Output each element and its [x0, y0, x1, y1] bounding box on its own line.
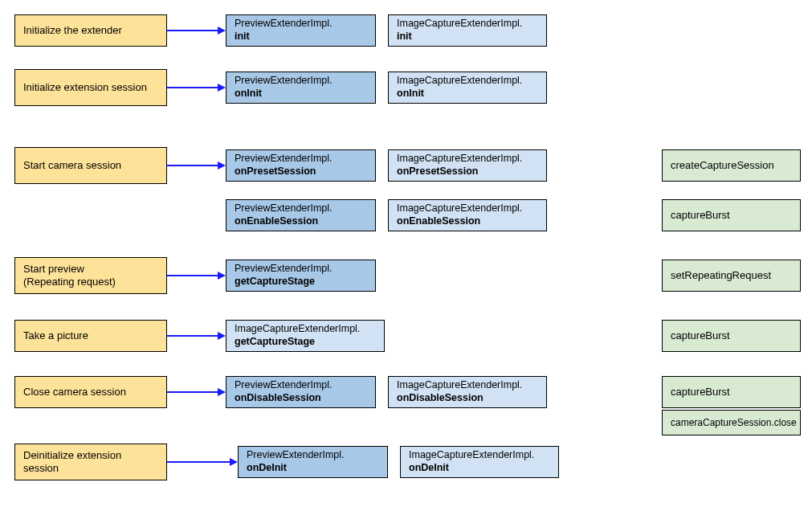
camera2-label: createCaptureSession	[671, 159, 792, 172]
class-label: ImageCaptureExtenderImpl.	[397, 75, 538, 88]
capture-onInit: ImageCaptureExtenderImpl. onInit	[388, 72, 547, 104]
preview-getCaptureStage: PreviewExtenderImpl. getCaptureStage	[226, 260, 376, 292]
capture-init: ImageCaptureExtenderImpl. init	[388, 14, 547, 47]
capture-onDisableSession: ImageCaptureExtenderImpl. onDisableSessi…	[388, 376, 547, 408]
method-label: getCaptureStage	[235, 336, 376, 349]
method-label: onEnableSession	[397, 215, 538, 228]
camera2-captureBurst-disable: captureBurst	[662, 376, 801, 408]
camera2-label: captureBurst	[671, 329, 792, 342]
camera2-captureBurst-picture: captureBurst	[662, 320, 801, 352]
method-label: onInit	[235, 88, 367, 100]
preview-init: PreviewExtenderImpl. init	[226, 14, 376, 47]
phase-start-preview: Start preview (Repeating request)	[14, 257, 167, 294]
camera2-label: captureBurst	[671, 386, 792, 399]
phase-label: Initialize extension session	[23, 81, 158, 94]
camera2-captureBurst-enable: captureBurst	[662, 199, 801, 231]
class-label: PreviewExtenderImpl.	[235, 18, 367, 31]
method-label: onPresetSession	[235, 166, 367, 178]
capture-onPresetSession: ImageCaptureExtenderImpl. onPresetSessio…	[388, 149, 547, 182]
phase-init-extender: Initialize the extender	[14, 14, 167, 47]
phase-label: Take a picture	[23, 329, 158, 342]
class-label: ImageCaptureExtenderImpl.	[397, 379, 538, 392]
phase-label: Deinitialize extension session	[23, 449, 158, 476]
camera2-label: cameraCaptureSession.close	[671, 417, 792, 429]
phase-close-camera: Close camera session	[14, 376, 167, 408]
method-label: onDisableSession	[235, 392, 367, 405]
capture-onEnableSession: ImageCaptureExtenderImpl. onEnableSessio…	[388, 199, 547, 231]
phase-label: Start preview (Repeating request)	[23, 263, 158, 289]
preview-onPresetSession: PreviewExtenderImpl. onPresetSession	[226, 149, 376, 182]
class-label: PreviewExtenderImpl.	[235, 153, 367, 166]
method-label: onDisableSession	[397, 392, 538, 405]
class-label: ImageCaptureExtenderImpl.	[397, 153, 538, 166]
class-label: PreviewExtenderImpl.	[235, 202, 367, 215]
camera2-label: setRepeatingRequest	[671, 269, 792, 282]
class-label: ImageCaptureExtenderImpl.	[409, 449, 550, 462]
method-label: onEnableSession	[235, 215, 367, 228]
diagram-canvas: Initialize the extender Initialize exten…	[0, 0, 812, 511]
method-label: onInit	[397, 88, 538, 100]
phase-start-camera: Start camera session	[14, 147, 167, 184]
class-label: PreviewExtenderImpl.	[235, 263, 367, 276]
method-label: onDeInit	[247, 462, 379, 475]
phase-init-session: Initialize extension session	[14, 69, 167, 106]
capture-onDeInit: ImageCaptureExtenderImpl. onDeInit	[400, 446, 559, 478]
camera2-setRepeatingRequest: setRepeatingRequest	[662, 260, 801, 292]
phase-take-picture: Take a picture	[14, 320, 167, 352]
preview-onInit: PreviewExtenderImpl. onInit	[226, 72, 376, 104]
camera2-createCaptureSession: createCaptureSession	[662, 149, 801, 182]
camera2-close: cameraCaptureSession.close	[662, 410, 801, 435]
class-label: PreviewExtenderImpl.	[235, 379, 367, 392]
capture-getCaptureStage: ImageCaptureExtenderImpl. getCaptureStag…	[226, 320, 385, 352]
method-label: onPresetSession	[397, 166, 538, 178]
preview-onDeInit: PreviewExtenderImpl. onDeInit	[238, 446, 388, 478]
phase-label: Close camera session	[23, 386, 158, 399]
class-label: ImageCaptureExtenderImpl.	[397, 18, 538, 31]
class-label: ImageCaptureExtenderImpl.	[397, 202, 538, 215]
method-label: getCaptureStage	[235, 276, 367, 288]
class-label: ImageCaptureExtenderImpl.	[235, 323, 376, 336]
class-label: PreviewExtenderImpl.	[235, 75, 367, 88]
method-label: init	[397, 31, 538, 43]
phase-deinit-session: Deinitialize extension session	[14, 444, 167, 480]
class-label: PreviewExtenderImpl.	[247, 449, 379, 462]
phase-label: Start camera session	[23, 159, 158, 172]
method-label: init	[235, 31, 367, 43]
phase-label: Initialize the extender	[23, 24, 158, 37]
preview-onDisableSession: PreviewExtenderImpl. onDisableSession	[226, 376, 376, 408]
preview-onEnableSession: PreviewExtenderImpl. onEnableSession	[226, 199, 376, 231]
camera2-label: captureBurst	[671, 209, 792, 222]
method-label: onDeInit	[409, 462, 550, 475]
